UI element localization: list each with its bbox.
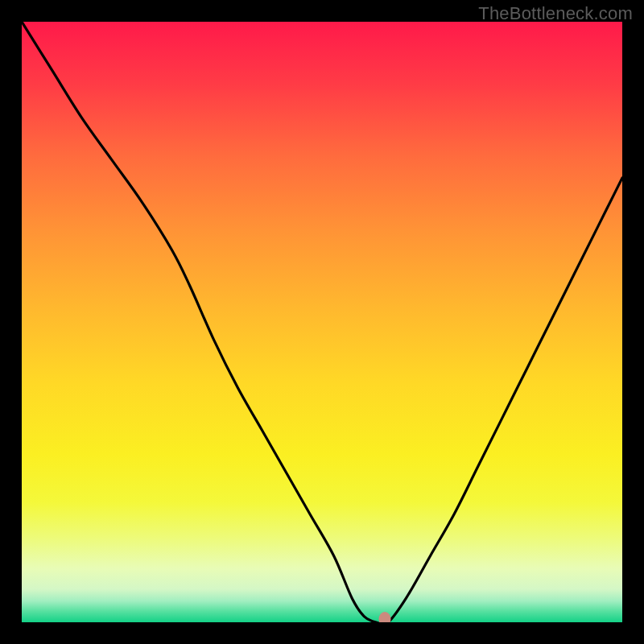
bottleneck-curve	[22, 22, 622, 622]
optimal-marker	[379, 612, 391, 622]
watermark-text: TheBottleneck.com	[478, 3, 633, 24]
plot-area	[22, 22, 622, 622]
